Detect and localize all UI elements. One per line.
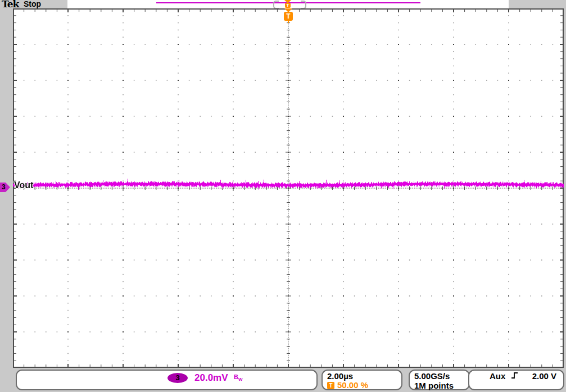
record-length-readout: 1M points — [414, 381, 464, 390]
record-view-strip: T — [67, 0, 509, 8]
zoom-window-bracket-right-icon[interactable] — [301, 1, 306, 9]
trigger-position-value: 50.00 % — [337, 381, 368, 390]
trigger-position-readout: T 50.00 % — [327, 381, 397, 390]
trigger-readout-row: Aux 2.00 V — [476, 372, 556, 381]
trigger-level: 2.00 V — [532, 372, 556, 381]
time-per-div-readout: 2.00µs — [327, 371, 397, 381]
acquisition-readout-box[interactable]: 5.00GS/s 1M points — [409, 370, 470, 390]
sample-rate-readout: 5.00GS/s — [414, 371, 464, 381]
trigger-position-stem — [288, 21, 289, 23]
bandwidth-limit-icon: BW — [234, 373, 243, 382]
trigger-t-icon: T — [327, 382, 334, 389]
record-view-trigger-marker[interactable]: T — [285, 3, 291, 8]
horizontal-readout-box[interactable]: 2.00µs T 50.00 % — [322, 370, 402, 390]
trigger-readout-box[interactable]: Aux 2.00 V — [468, 370, 564, 390]
waveform-label: Vout — [14, 180, 33, 190]
trigger-source: Aux — [490, 372, 505, 381]
channel3-scale-readout: 20.0mV — [194, 372, 228, 384]
graticule-canvas — [13, 8, 564, 368]
top-bar: T Tek Stop — [0, 0, 566, 8]
trigger-position-flag[interactable]: T — [284, 12, 293, 21]
bandwidth-sub-letter: W — [238, 377, 243, 382]
rising-edge-icon — [511, 372, 518, 381]
channel3-badge[interactable]: 3 — [167, 373, 188, 383]
channel3-reference-marker[interactable]: 3 — [0, 183, 10, 192]
channel3-readout-box[interactable]: 3 20.0mV BW — [16, 370, 318, 390]
bandwidth-letter: B — [234, 373, 238, 380]
zoom-window-bracket-left-icon[interactable] — [273, 1, 279, 9]
oscilloscope-screen: T Tek Stop T 3 Vout 3 20.0mV BW 2.00µs T… — [0, 0, 566, 392]
acquisition-status: Stop — [24, 0, 41, 8]
